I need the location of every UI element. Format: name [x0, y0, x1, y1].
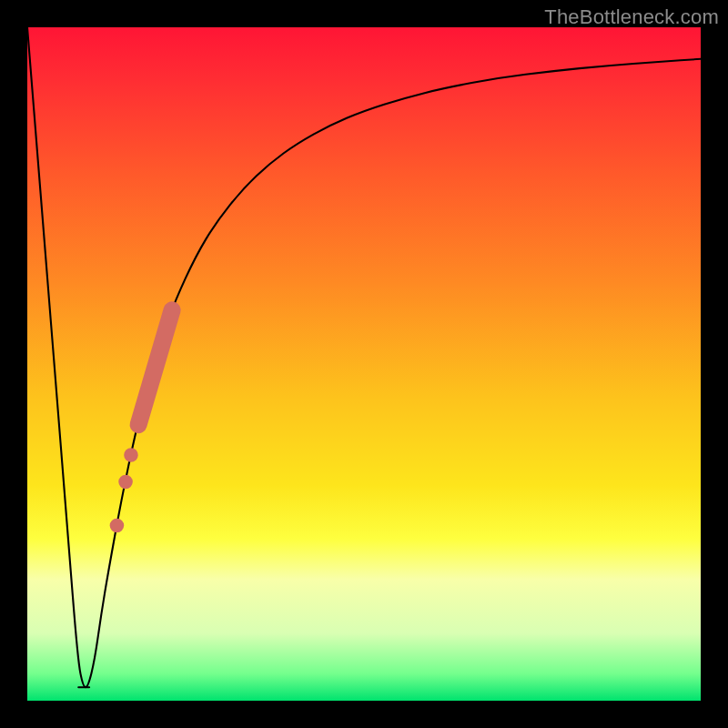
highlight-segment — [138, 310, 172, 425]
data-marker — [124, 448, 138, 462]
chart-frame: TheBottleneck.com — [0, 0, 728, 728]
bottleneck-curve — [27, 27, 701, 687]
watermark-text: TheBottleneck.com — [544, 5, 719, 29]
data-marker — [118, 475, 133, 490]
plot-area — [27, 27, 701, 701]
chart-svg — [27, 27, 701, 701]
data-marker — [110, 519, 125, 533]
